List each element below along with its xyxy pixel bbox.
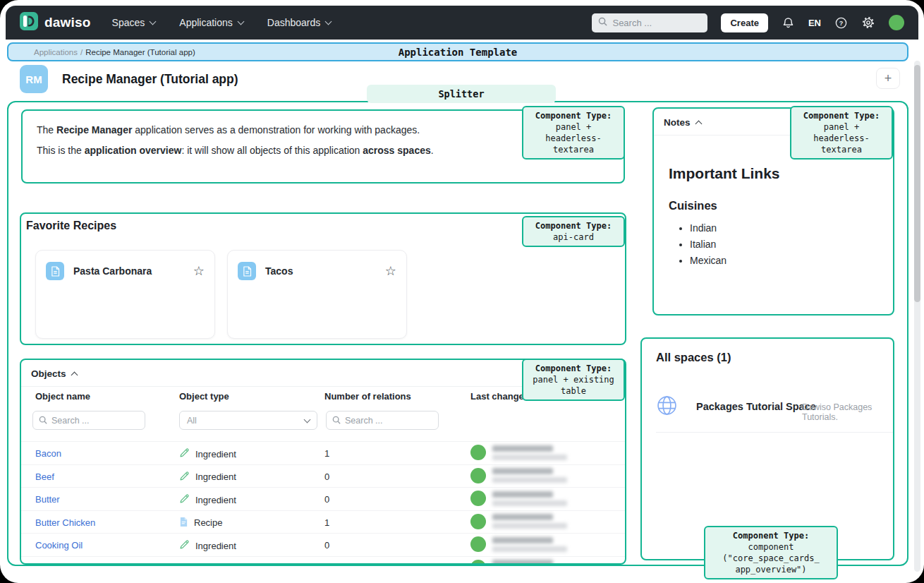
notifications-bell-icon[interactable] (782, 16, 795, 30)
recipe-card-tacos[interactable]: Tacos ☆ (227, 250, 407, 339)
recipe-document-icon (179, 517, 188, 529)
favorite-star-icon[interactable]: ☆ (385, 265, 396, 277)
notes-heading: Important Links (669, 165, 878, 182)
object-type-cell: Ingredient (179, 539, 236, 552)
dawiso-logo-icon (20, 12, 38, 33)
scrollbar-thumb[interactable] (914, 65, 920, 302)
user-avatar (470, 514, 486, 529)
ingredient-pencil-icon (179, 493, 190, 506)
recipe-card-title: Pasta Carbonara (73, 265, 152, 277)
table-row: Beef Ingredient (21, 464, 625, 488)
relations-count: 0 (324, 540, 329, 551)
object-name-link[interactable]: Beef (35, 471, 54, 482)
search-icon (39, 414, 47, 427)
relations-count: 0 (324, 563, 329, 565)
ingredient-pencil-icon (179, 471, 190, 483)
object-type-label: Ingredient (195, 471, 236, 482)
redacted-timestamp (492, 523, 567, 529)
object-type-label: Ingredient (195, 563, 236, 565)
space-card-packages-tutorial[interactable]: Packages Tutorial Space Dawiso Packages … (642, 392, 893, 426)
collapse-chevron-up-icon (695, 121, 702, 128)
component-type-annotation-intro: Component Type: panel + headerless- text… (522, 106, 625, 160)
component-type-annotation-space-cards: Component Type: component ("core_space_c… (704, 526, 838, 579)
cuisine-list: Indian Italian Mexican (690, 222, 878, 266)
object-type-cell: Ingredient (179, 471, 236, 483)
last-change-cell (470, 468, 567, 483)
redacted-user-name (492, 537, 553, 543)
user-avatar (470, 491, 486, 506)
collapse-chevron-up-icon (71, 372, 78, 379)
user-avatar (470, 445, 486, 460)
nav-dashboards[interactable]: Dashboards (267, 17, 332, 28)
object-type-label: Ingredient (195, 495, 236, 505)
object-name-filter-input[interactable] (51, 416, 129, 426)
recipe-document-icon (46, 262, 64, 280)
redacted-timestamp (492, 500, 567, 506)
page-title: Recipe Manager (Tutorial app) (62, 72, 238, 87)
objects-table-body: Bacon Ingredient (21, 441, 625, 565)
global-search[interactable] (592, 13, 707, 32)
svg-text:?: ? (839, 19, 844, 26)
object-type-cell: Recipe (179, 517, 222, 529)
recipe-card-pasta-carbonara[interactable]: Pasta Carbonara ☆ (35, 250, 215, 339)
redacted-user-name (492, 445, 553, 452)
object-type-label: Ingredient (195, 449, 236, 459)
app-avatar: RM (20, 65, 48, 93)
table-row: Cooking Oil Ingredient (21, 533, 625, 556)
app-window: dawiso Spaces Applications Dashboards (0, 0, 924, 583)
table-row: Butter Chicken Recipe (21, 510, 625, 534)
relations-filter[interactable] (326, 411, 439, 430)
object-name-link[interactable]: Butter Chicken (35, 517, 95, 528)
space-name: Packages Tutorial Space (696, 401, 816, 412)
list-item: Mexican (690, 255, 878, 266)
search-icon (332, 414, 341, 427)
nav-spaces[interactable]: Spaces (112, 17, 156, 28)
divider (656, 432, 893, 433)
favorite-star-icon[interactable]: ☆ (193, 265, 205, 277)
column-header-object-type: Object type (179, 391, 229, 402)
chevron-down-icon (325, 18, 332, 25)
help-icon[interactable]: ? (834, 16, 848, 30)
nav-applications[interactable]: Applications (179, 17, 243, 28)
dawiso-logo[interactable]: dawiso (20, 12, 91, 33)
add-button[interactable]: + (876, 68, 900, 89)
relations-count: 0 (324, 471, 329, 482)
object-name-link[interactable]: Bacon (35, 448, 61, 459)
list-item: Italian (690, 239, 878, 250)
relations-count: 1 (324, 448, 329, 459)
relations-count: 0 (324, 494, 329, 505)
search-input[interactable] (612, 18, 697, 28)
last-change-cell (470, 536, 567, 552)
table-row: Butter Ingredient (21, 487, 625, 510)
user-avatar[interactable] (889, 15, 904, 30)
object-name-filter[interactable] (32, 411, 145, 430)
top-navbar: dawiso Spaces Applications Dashboards (6, 6, 918, 40)
object-type-label: Recipe (194, 517, 222, 528)
user-avatar (470, 468, 486, 483)
object-type-label: Ingredient (195, 541, 236, 551)
component-type-annotation-table: Component Type: panel + existing table (522, 359, 625, 401)
scrollbar-track[interactable] (914, 61, 920, 572)
create-button[interactable]: Create (721, 13, 767, 32)
chevron-down-icon (304, 416, 311, 423)
space-description: Dawiso Packages Tutorials. (802, 402, 893, 422)
object-name-link[interactable]: Corn Tortillas (35, 563, 89, 565)
redacted-user-name (492, 491, 553, 498)
column-header-object-name: Object name (35, 391, 90, 402)
object-name-link[interactable]: Butter (35, 494, 60, 505)
object-type-filter-select[interactable]: All (179, 411, 317, 430)
user-avatar (470, 536, 486, 552)
object-type-cell: Ingredient (179, 563, 236, 565)
last-change-cell (470, 445, 567, 460)
search-icon (598, 16, 607, 29)
chevron-down-icon (150, 18, 157, 25)
last-change-cell (470, 560, 567, 565)
redacted-user-name (492, 514, 553, 520)
settings-gear-icon[interactable] (861, 16, 875, 30)
notes-subheading: Cuisines (669, 199, 878, 212)
language-selector[interactable]: EN (808, 18, 821, 28)
column-header-last-change: Last change (470, 391, 524, 402)
object-name-link[interactable]: Cooking Oil (35, 540, 83, 551)
logo-wordmark: dawiso (44, 15, 91, 30)
relations-filter-input[interactable] (345, 416, 423, 426)
